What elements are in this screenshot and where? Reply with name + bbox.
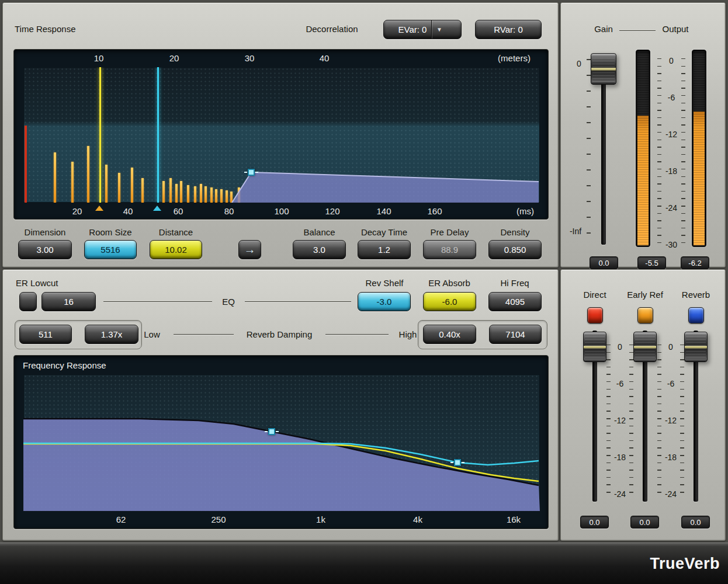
time-response-title: Time Response bbox=[15, 24, 76, 34]
evar-dropdown[interactable]: EVar: 0 ▼ bbox=[383, 20, 462, 39]
scale-label: -12 bbox=[665, 416, 677, 425]
damping-title: Reverb Damping bbox=[247, 329, 313, 339]
decay-time-label: Decay Time bbox=[361, 227, 407, 237]
distance-label: Distance bbox=[159, 227, 193, 237]
density-control: Density 0.850 bbox=[488, 226, 542, 261]
output-scale: 0-6-12-18-24-30 bbox=[561, 3, 725, 267]
rvar-value: RVar: 0 bbox=[494, 25, 522, 34]
reverb-eq-area bbox=[23, 419, 540, 511]
dimension-value[interactable]: 3.00 bbox=[18, 240, 72, 259]
meters-tick-label: 30 bbox=[245, 53, 255, 63]
balance-control: Balance 3.0 bbox=[293, 226, 346, 261]
hi-freq-value[interactable]: 4095 bbox=[488, 292, 542, 311]
freq-tick-label: 4k bbox=[413, 515, 422, 524]
dimension-label: Dimension bbox=[25, 227, 66, 237]
ms-tick-label: 80 bbox=[224, 206, 234, 216]
output-right-display[interactable]: -6.2 bbox=[681, 256, 709, 269]
density-value[interactable]: 0.850 bbox=[488, 240, 542, 259]
room-size-marker-icon[interactable] bbox=[153, 206, 161, 211]
rev-shelf-label: Rev Shelf bbox=[365, 278, 403, 288]
damping-low-ratio[interactable]: 1.37x bbox=[85, 325, 138, 344]
link-arrow-button[interactable]: → bbox=[238, 240, 261, 259]
envelope-handle[interactable] bbox=[248, 169, 255, 176]
rvar-dropdown[interactable]: RVar: 0 bbox=[475, 20, 542, 39]
meters-tick-label: 20 bbox=[169, 53, 179, 63]
scale-label: -12 bbox=[614, 416, 626, 425]
time-response-plot bbox=[23, 67, 540, 203]
output-left-display[interactable]: -5.5 bbox=[637, 256, 666, 269]
distance-control: Distance 10.02 bbox=[150, 226, 202, 261]
distance-marker-icon[interactable] bbox=[95, 206, 103, 211]
frequency-response-title: Frequency Response bbox=[23, 360, 106, 370]
er-absorb-value[interactable]: -6.0 bbox=[423, 292, 476, 311]
chevron-down-icon[interactable]: ▼ bbox=[431, 20, 446, 39]
eq-handle[interactable] bbox=[268, 428, 275, 435]
ms-tick-label: 100 bbox=[274, 206, 289, 216]
balance-value[interactable]: 3.0 bbox=[293, 240, 346, 259]
meters-tick-label: 40 bbox=[320, 53, 330, 63]
ms-tick-label: 140 bbox=[376, 206, 391, 216]
scale-label: -24 bbox=[665, 203, 677, 213]
frequency-response-graph: Frequency Response 622501k4k16k bbox=[13, 355, 549, 529]
damping-divider-line bbox=[325, 334, 389, 335]
damping-high-freq[interactable]: 7104 bbox=[489, 325, 542, 344]
ms-tick-label: 20 bbox=[72, 206, 82, 216]
room-size-control: Room Size 5516 bbox=[84, 226, 137, 261]
er-lowcut-label: ER Lowcut bbox=[16, 278, 58, 288]
pre-delay-value[interactable]: 88.9 bbox=[423, 240, 476, 259]
scale-label: -18 bbox=[665, 166, 677, 176]
rev-shelf-value[interactable]: -3.0 bbox=[358, 292, 411, 311]
freq-tick-label: 1k bbox=[316, 515, 325, 524]
ms-tick-label: 60 bbox=[174, 206, 183, 216]
freq-tick-label: 16k bbox=[507, 515, 521, 524]
mixer-scale: 0-6-12-18-240-6-12-18-24 bbox=[561, 270, 725, 540]
evar-value: EVar: 0 bbox=[398, 25, 427, 34]
balance-label: Balance bbox=[303, 227, 335, 237]
freq-tick-label: 62 bbox=[116, 515, 126, 524]
gain-value-display[interactable]: 0.0 bbox=[590, 256, 618, 269]
mixer-panel: Direct 0.0 Early Ref 0.0 Reverb 0.0 0-6-… bbox=[560, 269, 726, 541]
scale-label: -30 bbox=[665, 240, 677, 249]
damping-high-label: High bbox=[399, 329, 417, 339]
scale-label: -6 bbox=[668, 93, 675, 102]
damping-low-freq[interactable]: 511 bbox=[19, 325, 72, 344]
eq-panel: ER Lowcut 16 EQ Rev Shelf -3.0 ER Absorb… bbox=[2, 269, 559, 541]
scale-label: -18 bbox=[665, 453, 677, 462]
damping-divider-line bbox=[174, 334, 234, 335]
scale-label: -6 bbox=[667, 379, 674, 388]
scale-label: 0 bbox=[669, 56, 674, 65]
trueverb-plugin-window: Time Response Decorrelation EVar: 0 ▼ RV… bbox=[0, 0, 728, 584]
decorrelation-label: Decorrelation bbox=[306, 24, 358, 34]
frequency-axis: 622501k4k16k bbox=[14, 511, 549, 530]
eq-handle[interactable] bbox=[454, 459, 461, 466]
er-absorb-label: ER Absorb bbox=[428, 278, 470, 288]
pre-delay-label: Pre Delay bbox=[431, 227, 469, 237]
density-label: Density bbox=[500, 227, 529, 237]
ms-tick-label: 40 bbox=[123, 206, 133, 216]
time-response-panel: Time Response Decorrelation EVar: 0 ▼ RV… bbox=[2, 2, 559, 267]
scale-label: 0 bbox=[668, 342, 673, 352]
scale-label: -24 bbox=[614, 489, 626, 499]
eq-label: EQ bbox=[222, 297, 235, 307]
distance-value[interactable]: 10.02 bbox=[150, 240, 202, 259]
decay-time-control: Decay Time 1.2 bbox=[358, 226, 411, 261]
dimension-control: Dimension 3.00 bbox=[18, 226, 72, 261]
scale-label: -12 bbox=[665, 130, 677, 139]
ms-axis: 20406080100120140160(ms) bbox=[14, 203, 549, 220]
scale-label: -6 bbox=[616, 379, 623, 388]
damping-high-ratio[interactable]: 0.40x bbox=[423, 325, 476, 344]
master-panel: Gain Output 0 -Inf 0-6-12-18-24-30 0.0 -… bbox=[560, 2, 726, 267]
room-size-value[interactable]: 5516 bbox=[84, 240, 137, 259]
meters-tick-label: 10 bbox=[94, 53, 104, 63]
right-arrow-icon: → bbox=[244, 243, 256, 256]
frequency-response-plot bbox=[23, 374, 540, 511]
er-lowcut-value[interactable]: 16 bbox=[41, 292, 96, 311]
decay-time-value[interactable]: 1.2 bbox=[358, 240, 411, 259]
damping-low-label: Low bbox=[144, 329, 160, 339]
er-lowcut-toggle[interactable] bbox=[19, 292, 37, 311]
room-size-label: Room Size bbox=[89, 227, 131, 237]
scale-label: -18 bbox=[614, 453, 626, 462]
ms-tick-label: (ms) bbox=[516, 206, 534, 216]
meters-tick-label: (meters) bbox=[498, 53, 531, 63]
pre-delay-control: Pre Delay 88.9 bbox=[423, 226, 476, 261]
